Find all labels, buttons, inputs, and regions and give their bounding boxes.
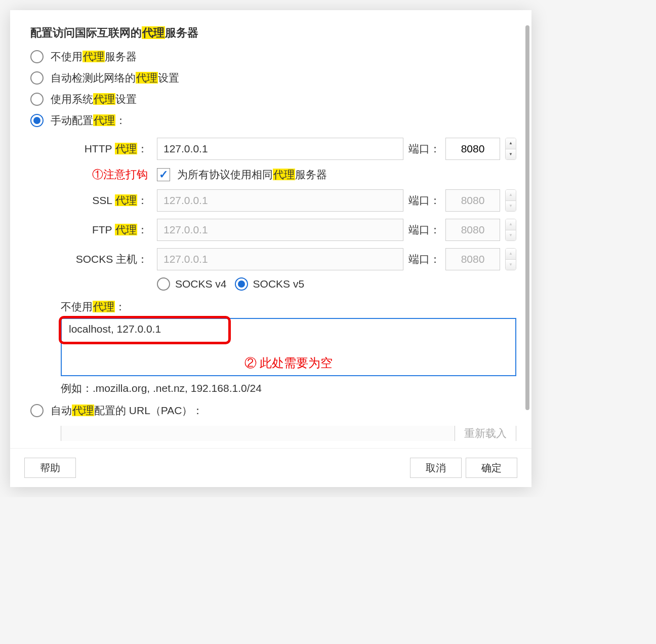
spinner-up-icon[interactable]: ▲ bbox=[506, 138, 516, 149]
dialog-content: 配置访问国际互联网的代理服务器 不使用代理服务器 自动检测此网络的代理设置 使用… bbox=[10, 25, 531, 441]
radio-autodetect-row[interactable]: 自动检测此网络的代理设置 bbox=[30, 71, 516, 85]
socks-proxy-row: SOCKS 主机： 端口： ▲ ▼ bbox=[61, 248, 516, 270]
socks-v4-option[interactable]: SOCKS v4 bbox=[157, 277, 227, 291]
no-proxy-textarea[interactable] bbox=[61, 318, 516, 376]
spinner-down-icon[interactable]: ▼ bbox=[506, 149, 516, 160]
reload-button: 重新载入 bbox=[455, 426, 516, 441]
pac-url-section: 重新载入 bbox=[61, 426, 516, 441]
http-port-spinner[interactable]: ▲ ▼ bbox=[505, 138, 516, 160]
spinner-down-icon: ▼ bbox=[506, 201, 516, 212]
radio-pac-label: 自动代理配置的 URL（PAC）： bbox=[51, 404, 203, 418]
ssl-proxy-label: SSL 代理： bbox=[61, 193, 152, 208]
socks-v5-label: SOCKS v5 bbox=[253, 278, 305, 290]
http-port-input[interactable] bbox=[445, 138, 500, 160]
same-for-all-label: 为所有协议使用相同代理服务器 bbox=[177, 168, 327, 182]
ssl-port-input bbox=[445, 189, 500, 212]
help-button[interactable]: 帮助 bbox=[24, 458, 76, 478]
spinner-up-icon: ▲ bbox=[506, 190, 516, 201]
scrollbar[interactable] bbox=[525, 25, 529, 410]
same-for-all-row: ①注意打钩 为所有协议使用相同代理服务器 bbox=[61, 167, 516, 182]
button-bar: 帮助 取消 确定 bbox=[10, 448, 531, 487]
socks-proxy-input bbox=[157, 248, 403, 270]
ftp-port-spinner: ▲ ▼ bbox=[505, 219, 516, 241]
heading: 配置访问国际互联网的代理服务器 bbox=[30, 25, 516, 41]
http-proxy-input[interactable] bbox=[157, 138, 403, 160]
socks-version-row: SOCKS v4 SOCKS v5 bbox=[157, 277, 516, 291]
no-proxy-section: 不使用代理： ② 此处需要为空 例如：.mozilla.org, .net.nz… bbox=[61, 300, 516, 395]
socks-proxy-label: SOCKS 主机： bbox=[61, 252, 152, 266]
socks-v5-option[interactable]: SOCKS v5 bbox=[235, 277, 305, 291]
heading-pre: 配置访问国际互联网的 bbox=[30, 26, 142, 39]
spinner-up-icon: ▲ bbox=[506, 219, 516, 230]
radio-autodetect[interactable] bbox=[30, 71, 44, 85]
ok-button[interactable]: 确定 bbox=[466, 458, 517, 478]
cancel-button[interactable]: 取消 bbox=[410, 458, 462, 478]
socks-port-spinner: ▲ ▼ bbox=[505, 248, 516, 270]
ftp-proxy-input bbox=[157, 219, 403, 241]
radio-socks-v4[interactable] bbox=[157, 277, 170, 291]
same-for-all-wrap[interactable]: 为所有协议使用相同代理服务器 bbox=[157, 168, 516, 182]
radio-no-proxy-row[interactable]: 不使用代理服务器 bbox=[30, 50, 516, 64]
proxy-settings-dialog: 配置访问国际互联网的代理服务器 不使用代理服务器 自动检测此网络的代理设置 使用… bbox=[10, 10, 531, 487]
http-proxy-label: HTTP 代理： bbox=[61, 142, 152, 156]
spinner-up-icon: ▲ bbox=[506, 249, 516, 260]
radio-pac-row[interactable]: 自动代理配置的 URL（PAC）： bbox=[30, 404, 516, 418]
radio-manual-row[interactable]: 手动配置代理： bbox=[30, 113, 516, 128]
http-proxy-row: HTTP 代理： 端口： ▲ ▼ bbox=[61, 138, 516, 160]
spinner-down-icon: ▼ bbox=[506, 260, 516, 270]
radio-system-label: 使用系统代理设置 bbox=[51, 92, 137, 106]
radio-no-proxy[interactable] bbox=[30, 50, 44, 63]
spinner-down-icon: ▼ bbox=[506, 230, 516, 241]
radio-system[interactable] bbox=[30, 93, 44, 106]
ssl-proxy-row: SSL 代理： 端口： ▲ ▼ bbox=[61, 189, 516, 212]
radio-system-row[interactable]: 使用系统代理设置 bbox=[30, 92, 516, 106]
no-proxy-label: 不使用代理： bbox=[61, 300, 516, 314]
proxy-grid: HTTP 代理： 端口： ▲ ▼ ①注意打钩 为所有协议使用相 bbox=[61, 138, 516, 291]
ftp-port-input bbox=[445, 219, 500, 241]
heading-hl: 代理 bbox=[142, 26, 165, 39]
radio-autodetect-label: 自动检测此网络的代理设置 bbox=[51, 71, 179, 85]
radio-socks-v5[interactable] bbox=[235, 277, 248, 291]
http-port-label: 端口： bbox=[408, 142, 440, 156]
ssl-proxy-input bbox=[157, 189, 403, 212]
radio-manual[interactable] bbox=[30, 114, 44, 127]
socks-port-input bbox=[445, 248, 500, 270]
pac-url-input bbox=[61, 426, 455, 441]
ssl-port-label: 端口： bbox=[408, 193, 440, 208]
socks-v4-label: SOCKS v4 bbox=[175, 278, 227, 290]
socks-port-label: 端口： bbox=[408, 252, 440, 266]
ftp-proxy-row: FTP 代理： 端口： ▲ ▼ bbox=[61, 219, 516, 241]
no-proxy-example: 例如：.mozilla.org, .net.nz, 192.168.1.0/24 bbox=[61, 381, 516, 395]
heading-post: 服务器 bbox=[165, 26, 198, 39]
annotation-note1: ①注意打钩 bbox=[61, 167, 152, 182]
ftp-proxy-label: FTP 代理： bbox=[61, 223, 152, 237]
radio-manual-label: 手动配置代理： bbox=[51, 113, 126, 128]
ssl-port-spinner: ▲ ▼ bbox=[505, 189, 516, 212]
same-for-all-checkbox[interactable] bbox=[157, 168, 170, 181]
radio-no-proxy-label: 不使用代理服务器 bbox=[51, 50, 137, 64]
radio-pac[interactable] bbox=[30, 404, 44, 417]
ftp-port-label: 端口： bbox=[408, 223, 440, 237]
